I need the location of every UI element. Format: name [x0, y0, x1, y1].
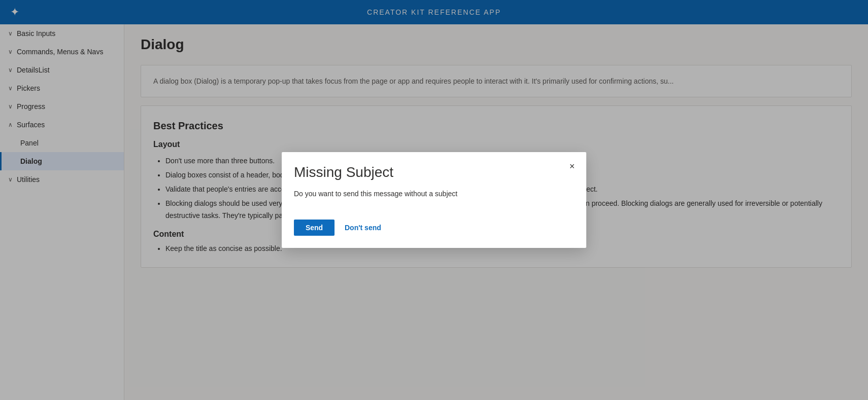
- dont-send-button[interactable]: Don't send: [339, 220, 387, 236]
- send-button[interactable]: Send: [294, 220, 335, 236]
- dialog-footer: Send Don't send: [294, 220, 574, 236]
- dialog-close-button[interactable]: ×: [564, 158, 580, 174]
- dialog: × Missing Subject Do you want to send th…: [282, 152, 586, 248]
- dialog-title: Missing Subject: [294, 164, 574, 180]
- dialog-body: Do you want to send this message without…: [294, 189, 574, 199]
- dialog-overlay: × Missing Subject Do you want to send th…: [0, 0, 868, 400]
